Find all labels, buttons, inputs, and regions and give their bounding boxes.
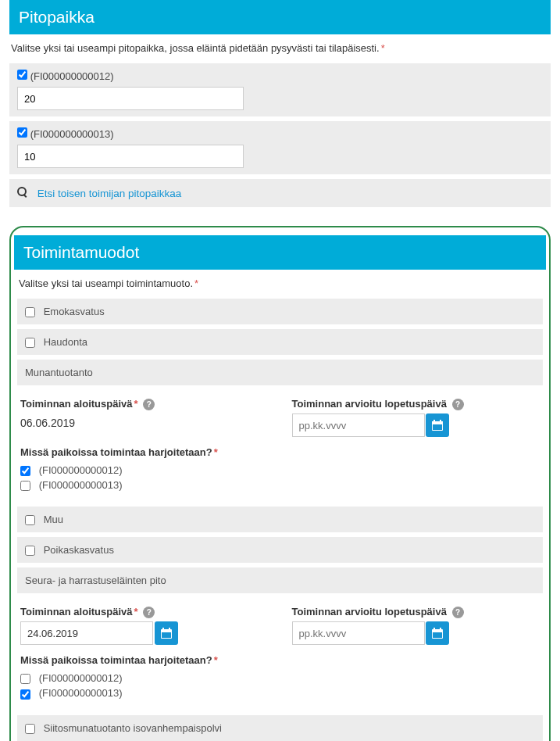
required-asterisk: * [214,654,218,666]
location-line: (FI000000000013) [20,686,540,700]
seura-loc1-label: (FI000000000012) [39,672,123,684]
end-date-label-text-2: Toiminnan arvioitu lopetuspäivä [292,606,447,618]
help-icon[interactable]: ? [143,399,155,410]
calendar-button[interactable] [426,413,449,437]
munantuotanto-loc2-checkbox[interactable] [20,481,30,491]
label-siitos-iso: Siitosmunatuotanto isovanhempaispolvi [44,722,222,734]
calendar-icon [160,627,173,639]
end-date-label-text: Toiminnan arvioitu lopetuspäivä [292,398,447,410]
location-line: (FI000000000013) [20,478,540,492]
search-other-link[interactable]: Etsi toisen toimijan pitopaikkaa [37,188,182,199]
munantuotanto-loc1-label: (FI000000000012) [39,464,123,476]
label-muu: Muu [44,514,63,525]
option-emokasvatus[interactable]: Emokasvatus [17,299,543,324]
munantuotanto-end-date-input[interactable] [292,413,425,437]
location-question-2: Missä paikoissa toimintaa harjoitetaan?* [20,654,540,666]
label-munantuotanto: Munantuotanto [25,367,93,378]
svg-rect-7 [169,628,170,630]
svg-rect-12 [433,632,442,638]
calendar-icon [431,627,444,639]
seura-loc1-checkbox[interactable] [20,674,30,684]
required-asterisk: * [134,398,138,410]
seura-end-date-input[interactable] [292,621,425,645]
location-line: (FI000000000012) [20,671,540,686]
search-row: Etsi toisen toimijan pitopaikkaa [9,179,551,207]
munantuotanto-start-date: 06.06.2019 [20,413,269,429]
pitopaikka-code-2: (FI000000000013) [30,128,114,140]
help-icon[interactable]: ? [452,607,464,618]
calendar-button[interactable] [426,621,449,645]
end-date-label: Toiminnan arvioitu lopetuspäivä ? [292,398,540,410]
calendar-icon [431,419,444,431]
pitopaikka-instruction-text: Valitse yksi tai useampi pitopaikka, jos… [11,42,380,54]
required-asterisk: * [134,606,138,618]
label-haudonta: Haudonta [44,336,87,348]
svg-rect-10 [433,628,435,630]
required-asterisk: * [214,446,218,458]
help-icon[interactable]: ? [452,399,464,410]
munantuotanto-loc1-checkbox[interactable] [20,466,30,476]
seura-loc2-checkbox[interactable] [20,689,30,700]
seura-details: Toiminnan aloituspäivä* ? Toiminnan arvi… [17,598,543,714]
toimintamuodot-header: Toimintamuodot [14,235,546,270]
start-date-label-text: Toiminnan aloituspäivä [20,398,133,410]
start-date-label-2: Toiminnan aloituspäivä* ? [20,606,269,618]
label-poikaskasvatus: Poikaskasvatus [44,544,114,556]
pitopaikka-value-2[interactable] [17,145,244,168]
svg-rect-6 [162,628,164,630]
location-question-text-2: Missä paikoissa toimintaa harjoitetaan? [20,654,212,666]
checkbox-haudonta[interactable] [25,338,35,348]
option-poikaskasvatus[interactable]: Poikaskasvatus [17,537,543,563]
pitopaikka-checkbox-2[interactable] [17,127,27,138]
location-question-text: Missä paikoissa toimintaa harjoitetaan? [20,446,212,458]
pitopaikka-header: Pitopaikka [9,0,551,34]
checkbox-siitos-iso[interactable] [25,724,35,734]
pitopaikka-value-1[interactable] [17,87,244,110]
svg-rect-4 [433,424,442,430]
option-haudonta[interactable]: Haudonta [17,329,543,355]
help-icon[interactable]: ? [143,607,155,618]
seura-loc2-label: (FI000000000013) [39,687,123,699]
toimintamuodot-section: Toimintamuodot Valitse yksi tai useampi … [9,226,551,741]
end-date-label-2: Toiminnan arvioitu lopetuspäivä ? [292,606,540,618]
pitopaikka-item: (FI000000000012) [9,63,551,116]
label-seura: Seura- ja harrastuseläinten pito [25,575,166,586]
munantuotanto-details: Toiminnan aloituspäivä* ? 06.06.2019 Toi… [17,390,543,507]
location-line: (FI000000000012) [20,463,540,478]
pitopaikka-instruction: Valitse yksi tai useampi pitopaikka, jos… [11,42,551,54]
svg-rect-2 [433,420,435,422]
checkbox-emokasvatus[interactable] [25,307,35,317]
option-siitos-iso[interactable]: Siitosmunatuotanto isovanhempaispolvi [17,715,543,741]
svg-rect-3 [440,420,441,422]
option-muu[interactable]: Muu [17,507,543,532]
svg-rect-8 [162,632,171,638]
option-munantuotanto[interactable]: Munantuotanto [17,360,543,385]
checkbox-poikaskasvatus[interactable] [25,546,35,556]
seura-start-date-input[interactable] [20,621,153,645]
start-date-label-text-2: Toiminnan aloituspäivä [20,606,133,618]
toimintamuodot-instruction: Valitse yksi tai useampi toimintamuoto.* [19,277,543,289]
option-seura[interactable]: Seura- ja harrastuseläinten pito [17,567,543,593]
required-asterisk: * [194,277,198,289]
pitopaikka-code-1: (FI000000000012) [30,70,114,82]
munantuotanto-loc2-label: (FI000000000013) [39,479,123,491]
pitopaikka-item: (FI000000000013) [9,121,551,174]
start-date-label: Toiminnan aloituspäivä* ? [20,398,269,410]
calendar-button[interactable] [155,621,178,645]
label-emokasvatus: Emokasvatus [44,306,105,317]
toimintamuodot-instruction-text: Valitse yksi tai useampi toimintamuoto. [19,277,193,289]
svg-rect-11 [440,628,441,630]
pitopaikka-checkbox-1[interactable] [17,70,27,80]
required-asterisk: * [381,42,385,54]
search-icon [17,187,28,199]
location-question: Missä paikoissa toimintaa harjoitetaan?* [20,446,540,458]
checkbox-muu[interactable] [25,515,35,525]
